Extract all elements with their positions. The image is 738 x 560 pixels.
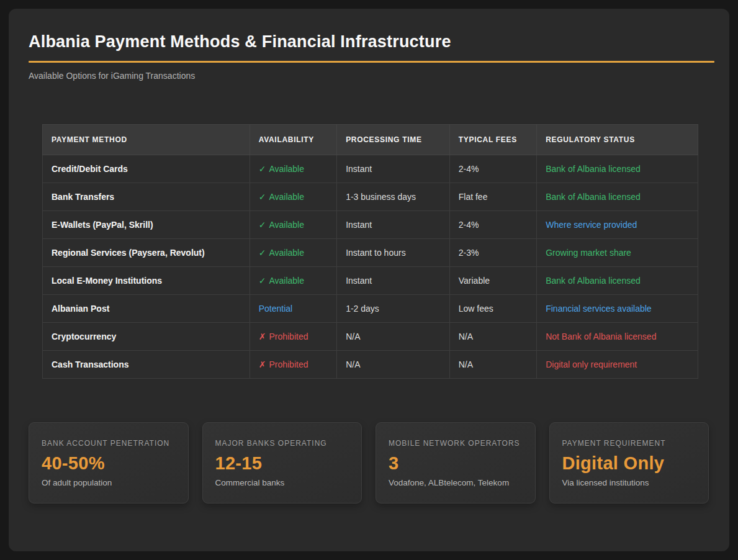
- table-header: Payment Method Availability Processing T…: [43, 125, 698, 155]
- table-row: Cash Transactions ✗Prohibited N/A N/A Di…: [43, 351, 698, 379]
- availability-label: Available: [269, 164, 304, 174]
- regulatory-status-cell: Where service provided: [537, 211, 698, 239]
- stat-value: 12-15: [215, 453, 349, 474]
- availability-cell: ✓Available: [250, 183, 336, 211]
- availability-label: Prohibited: [269, 332, 308, 341]
- payment-method-cell: Regional Services (Paysera, Revolut): [43, 239, 250, 267]
- stat-value: Digital Only: [562, 453, 696, 474]
- check-icon: ✓: [259, 248, 266, 258]
- fees-cell: Low fees: [449, 295, 536, 323]
- availability-label: Available: [269, 248, 304, 258]
- processing-time-cell: Instant: [337, 267, 450, 295]
- availability-cell: ✓Available: [250, 155, 336, 183]
- availability-label: Available: [269, 276, 304, 286]
- stat-value: 3: [389, 453, 523, 474]
- regulatory-status-cell: Growing market share: [537, 239, 698, 267]
- processing-time-cell: Instant to hours: [337, 239, 450, 267]
- stat-description: Vodafone, ALBtelecom, Telekom: [389, 478, 523, 487]
- payment-methods-table: Payment Method Availability Processing T…: [42, 124, 698, 379]
- availability-label: Potential: [259, 304, 292, 314]
- processing-time-cell: Instant: [337, 155, 450, 183]
- processing-time-cell: N/A: [337, 323, 450, 351]
- regulatory-status-cell: Bank of Albania licensed: [537, 183, 698, 211]
- regulatory-status-cell: Not Bank of Albania licensed: [537, 323, 698, 351]
- page-subtitle: Available Options for iGaming Transactio…: [29, 71, 714, 81]
- payment-method-cell: E-Wallets (PayPal, Skrill): [43, 211, 250, 239]
- stats-row: Bank Account Penetration 40-50% Of adult…: [29, 422, 709, 504]
- table-row: Albanian Post Potential 1-2 days Low fee…: [43, 295, 698, 323]
- page-header: Albania Payment Methods & Financial Infr…: [9, 9, 729, 81]
- processing-time-cell: Instant: [337, 211, 450, 239]
- table-row: Credit/Debit Cards ✓Available Instant 2-…: [43, 155, 698, 183]
- stat-description: Commercial banks: [215, 478, 349, 487]
- regulatory-status-cell: Digital only requirement: [537, 351, 698, 379]
- regulatory-status-cell: Bank of Albania licensed: [537, 267, 698, 295]
- stat-card-payment-requirement: Payment Requirement Digital Only Via lic…: [549, 422, 709, 504]
- table-body: Credit/Debit Cards ✓Available Instant 2-…: [43, 155, 698, 379]
- fees-cell: 2-4%: [449, 211, 536, 239]
- stat-label: Bank Account Penetration: [42, 439, 176, 448]
- stat-card-major-banks: Major Banks Operating 12-15 Commercial b…: [202, 422, 362, 504]
- stat-card-mobile-operators: Mobile Network Operators 3 Vodafone, ALB…: [376, 422, 536, 504]
- payment-method-cell: Bank Transfers: [43, 183, 250, 211]
- fees-cell: N/A: [449, 351, 536, 379]
- fees-cell: Flat fee: [449, 183, 536, 211]
- stat-label: Mobile Network Operators: [389, 439, 523, 448]
- regulatory-status-cell: Financial services available: [537, 295, 698, 323]
- availability-cell: ✗Prohibited: [250, 351, 336, 379]
- check-icon: ✓: [259, 164, 266, 174]
- availability-cell: ✗Prohibited: [250, 323, 336, 351]
- fees-cell: 2-3%: [449, 239, 536, 267]
- availability-label: Prohibited: [269, 359, 308, 369]
- main-panel: Albania Payment Methods & Financial Infr…: [9, 9, 729, 551]
- regulatory-status-cell: Bank of Albania licensed: [537, 155, 698, 183]
- table-row: Local E-Money Institutions ✓Available In…: [43, 267, 698, 295]
- availability-cell: Potential: [250, 295, 336, 323]
- fees-cell: N/A: [449, 323, 536, 351]
- check-icon: ✓: [259, 276, 266, 286]
- title-underline-accent: [29, 61, 714, 63]
- stat-description: Of adult population: [42, 478, 176, 487]
- availability-cell: ✓Available: [250, 239, 336, 267]
- fees-cell: Variable: [449, 267, 536, 295]
- page-title: Albania Payment Methods & Financial Infr…: [29, 32, 714, 52]
- payment-methods-table-wrapper: Payment Method Availability Processing T…: [42, 124, 698, 379]
- processing-time-cell: N/A: [337, 351, 450, 379]
- check-icon: ✓: [259, 192, 266, 202]
- table-row: Bank Transfers ✓Available 1-3 business d…: [43, 183, 698, 211]
- column-header-availability: Availability: [250, 125, 336, 155]
- table-row: E-Wallets (PayPal, Skrill) ✓Available In…: [43, 211, 698, 239]
- processing-time-cell: 1-2 days: [337, 295, 450, 323]
- cross-icon: ✗: [259, 332, 266, 341]
- stat-description: Via licensed institutions: [562, 478, 696, 487]
- stat-label: Major Banks Operating: [215, 439, 349, 448]
- payment-method-cell: Cash Transactions: [43, 351, 250, 379]
- fees-cell: 2-4%: [449, 155, 536, 183]
- cross-icon: ✗: [259, 359, 266, 369]
- column-header-typical-fees: Typical Fees: [449, 125, 536, 155]
- payment-method-cell: Albanian Post: [43, 295, 250, 323]
- table-row: Regional Services (Paysera, Revolut) ✓Av…: [43, 239, 698, 267]
- table-header-row: Payment Method Availability Processing T…: [43, 125, 698, 155]
- stat-value: 40-50%: [42, 453, 176, 474]
- check-icon: ✓: [259, 220, 266, 230]
- availability-label: Available: [269, 220, 304, 230]
- payment-method-cell: Cryptocurrency: [43, 323, 250, 351]
- column-header-processing-time: Processing Time: [337, 125, 450, 155]
- stat-card-bank-account-penetration: Bank Account Penetration 40-50% Of adult…: [29, 422, 189, 504]
- table-row: Cryptocurrency ✗Prohibited N/A N/A Not B…: [43, 323, 698, 351]
- availability-cell: ✓Available: [250, 211, 336, 239]
- processing-time-cell: 1-3 business days: [337, 183, 450, 211]
- stat-label: Payment Requirement: [562, 439, 696, 448]
- column-header-regulatory-status: Regulatory Status: [537, 125, 698, 155]
- availability-label: Available: [269, 192, 304, 202]
- availability-cell: ✓Available: [250, 267, 336, 295]
- payment-method-cell: Credit/Debit Cards: [43, 155, 250, 183]
- column-header-payment-method: Payment Method: [43, 125, 250, 155]
- payment-method-cell: Local E-Money Institutions: [43, 267, 250, 295]
